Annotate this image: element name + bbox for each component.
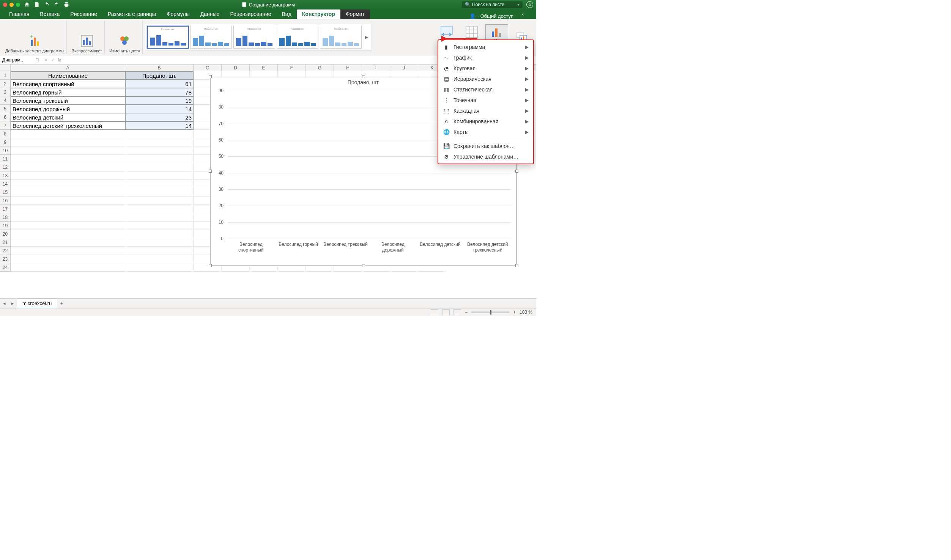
row-header[interactable]: 15 bbox=[0, 188, 11, 197]
accept-formula-icon[interactable]: ✓ bbox=[51, 57, 55, 63]
column-header[interactable]: A bbox=[11, 64, 125, 71]
add-sheet-button[interactable]: + bbox=[57, 300, 66, 306]
empty-cell[interactable] bbox=[125, 155, 194, 163]
sheet-tab[interactable]: microexcel.ru bbox=[17, 299, 57, 308]
empty-cell[interactable] bbox=[125, 138, 194, 146]
chart-type-option[interactable]: ⬚Каскадная▶ bbox=[438, 105, 533, 116]
row-header[interactable]: 9 bbox=[0, 138, 11, 146]
row-header[interactable]: 20 bbox=[0, 230, 11, 238]
empty-cell[interactable] bbox=[125, 255, 194, 263]
empty-cell[interactable] bbox=[11, 205, 125, 213]
normal-view-icon[interactable] bbox=[431, 309, 438, 315]
tab-format[interactable]: Формат bbox=[340, 9, 370, 19]
column-header[interactable]: B bbox=[125, 64, 194, 71]
row-header[interactable]: 7 bbox=[0, 121, 11, 130]
sheet-nav-next-icon[interactable]: ▸ bbox=[8, 300, 17, 306]
table-cell[interactable]: Велосипед горный bbox=[11, 88, 125, 96]
empty-cell[interactable] bbox=[11, 213, 125, 222]
chart-type-option[interactable]: ⋮Точечная▶ bbox=[438, 95, 533, 105]
column-header[interactable]: E bbox=[250, 64, 278, 71]
row-header[interactable]: 13 bbox=[0, 171, 11, 180]
home-icon[interactable] bbox=[24, 2, 30, 8]
add-chart-element-button[interactable]: + Добавить элемент диаграммы bbox=[3, 20, 67, 54]
template-option[interactable]: 💾Сохранить как шаблон… bbox=[438, 141, 533, 151]
chart-style-3[interactable]: Продано, шт. bbox=[233, 26, 275, 49]
row-header[interactable]: 3 bbox=[0, 88, 11, 96]
table-cell[interactable]: 23 bbox=[125, 113, 194, 121]
empty-cell[interactable] bbox=[125, 197, 194, 205]
row-header[interactable]: 14 bbox=[0, 180, 11, 188]
template-option[interactable]: ⚙Управление шаблонами… bbox=[438, 151, 533, 162]
row-header[interactable]: 6 bbox=[0, 113, 11, 121]
tab-view[interactable]: Вид bbox=[277, 9, 297, 19]
row-header[interactable]: 5 bbox=[0, 105, 11, 113]
cancel-formula-icon[interactable]: ✕ bbox=[44, 57, 48, 63]
table-cell[interactable]: Велосипед детский bbox=[11, 113, 125, 121]
name-box[interactable]: Диаграм… bbox=[0, 57, 34, 63]
row-header[interactable]: 8 bbox=[0, 130, 11, 138]
empty-cell[interactable] bbox=[11, 180, 125, 188]
page-break-view-icon[interactable] bbox=[453, 309, 461, 315]
save-icon[interactable] bbox=[34, 2, 40, 8]
empty-cell[interactable] bbox=[11, 222, 125, 230]
column-header[interactable]: I bbox=[362, 64, 390, 71]
empty-cell[interactable] bbox=[125, 188, 194, 197]
chart-type-option[interactable]: ◔Круговая▶ bbox=[438, 63, 533, 74]
chart-style-1[interactable]: Продано, шт. bbox=[147, 26, 189, 49]
empty-cell[interactable] bbox=[11, 146, 125, 155]
tab-insert[interactable]: Вставка bbox=[35, 9, 65, 19]
table-header-cell[interactable]: Продано, шт. bbox=[125, 71, 194, 80]
quick-layout-button[interactable]: Экспресс-макет bbox=[69, 20, 105, 54]
empty-cell[interactable] bbox=[125, 163, 194, 171]
empty-cell[interactable] bbox=[11, 255, 125, 263]
chart-style-4[interactable]: Продано, шт. bbox=[277, 26, 318, 49]
empty-cell[interactable] bbox=[11, 138, 125, 146]
empty-cell[interactable] bbox=[125, 130, 194, 138]
table-cell[interactable]: 19 bbox=[125, 96, 194, 105]
empty-cell[interactable] bbox=[11, 263, 125, 272]
row-header[interactable]: 22 bbox=[0, 247, 11, 255]
table-cell[interactable]: Велосипед спортивный bbox=[11, 80, 125, 88]
column-header[interactable]: G bbox=[306, 64, 334, 71]
column-header[interactable]: J bbox=[390, 64, 418, 71]
close-window-icon[interactable] bbox=[3, 3, 7, 7]
row-header[interactable]: 17 bbox=[0, 205, 11, 213]
empty-cell[interactable] bbox=[125, 213, 194, 222]
chart-type-option[interactable]: ▥Статистическая▶ bbox=[438, 84, 533, 95]
row-header[interactable]: 16 bbox=[0, 197, 11, 205]
sheet-nav-prev-icon[interactable]: ◂ bbox=[0, 300, 8, 306]
empty-cell[interactable] bbox=[125, 247, 194, 255]
empty-cell[interactable] bbox=[125, 238, 194, 247]
table-cell[interactable]: Велосипед дорожный bbox=[11, 105, 125, 113]
tab-home[interactable]: Главная bbox=[4, 9, 35, 19]
chart-type-option[interactable]: 🌐Карты▶ bbox=[438, 127, 533, 137]
minimize-window-icon[interactable] bbox=[9, 3, 14, 7]
empty-cell[interactable] bbox=[125, 222, 194, 230]
tab-draw[interactable]: Рисование bbox=[65, 9, 102, 19]
row-header[interactable]: 23 bbox=[0, 255, 11, 263]
row-header[interactable]: 19 bbox=[0, 222, 11, 230]
table-cell[interactable]: 14 bbox=[125, 121, 194, 130]
chart-type-option[interactable]: ▤Иерархическая▶ bbox=[438, 74, 533, 84]
empty-cell[interactable] bbox=[11, 171, 125, 180]
chart-styles-gallery[interactable]: Продано, шт. Продано, шт. Продано, шт. П… bbox=[145, 24, 372, 50]
zoom-level[interactable]: 100 % bbox=[520, 310, 532, 315]
share-button[interactable]: 👤+ Общий доступ ⌃ bbox=[469, 13, 536, 19]
empty-cell[interactable] bbox=[125, 205, 194, 213]
chart-type-option[interactable]: ▮Гистограмма▶ bbox=[438, 42, 533, 52]
feedback-icon[interactable]: ☺ bbox=[526, 1, 533, 8]
column-header[interactable]: F bbox=[278, 64, 306, 71]
chart-style-2[interactable]: Продано, шт. bbox=[190, 26, 232, 49]
table-cell[interactable]: Велосипед трековый bbox=[11, 96, 125, 105]
column-header[interactable]: C bbox=[194, 64, 222, 71]
row-header[interactable]: 2 bbox=[0, 80, 11, 88]
empty-cell[interactable] bbox=[11, 130, 125, 138]
tab-review[interactable]: Рецензирование bbox=[225, 9, 276, 19]
row-header[interactable]: 21 bbox=[0, 238, 11, 247]
column-header[interactable]: H bbox=[334, 64, 362, 71]
undo-icon[interactable] bbox=[44, 2, 50, 8]
row-header[interactable]: 24 bbox=[0, 263, 11, 272]
chart-style-5[interactable]: Продано, шт. bbox=[320, 26, 362, 49]
chart-type-option[interactable]: ⁓График▶ bbox=[438, 52, 533, 63]
column-header[interactable]: D bbox=[222, 64, 250, 71]
